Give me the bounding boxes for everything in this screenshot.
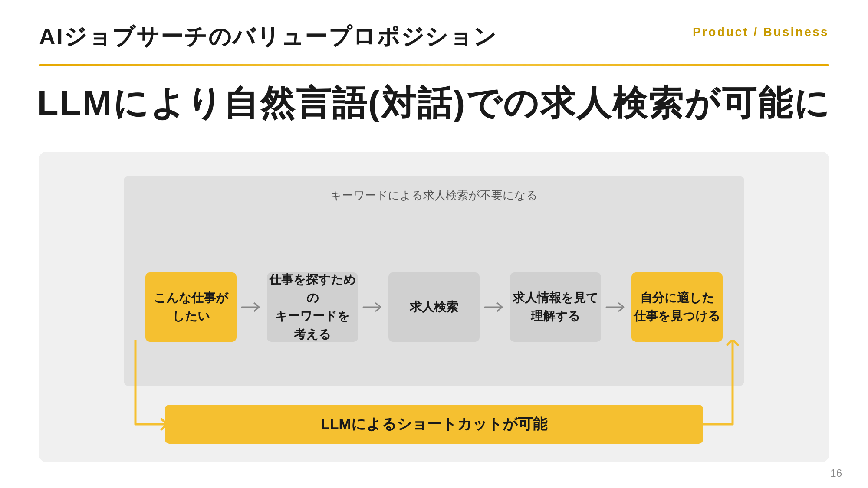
shortcut-box: LLMによるショートカットが可能 [165,405,703,444]
gray-box-label: キーワードによる求人検索が不要になる [124,188,744,203]
page-title: AIジョブサーチのバリュープロポジション [39,22,497,52]
flow-box-1: こんな仕事が したい [145,272,237,342]
shortcut-arrow-right [702,340,763,444]
flow-box-5: 自分に適した 仕事を見つける [631,272,723,342]
flow-box-4: 求人情報を見て 理解する [510,272,601,342]
page-number: 16 [830,467,842,479]
shortcut-label: LLMによるショートカットが可能 [321,414,547,434]
arrow-2 [358,301,388,314]
category-label: Product / Business [693,25,829,39]
main-heading: LLMにより自然言語(対話)での求人検索が可能に [0,80,868,127]
flow-row: こんな仕事が したい 仕事を探すための キーワードを 考える 求人検索 [39,272,829,342]
arrow-1 [237,301,267,314]
header: AIジョブサーチのバリュープロポジション Product / Business [0,0,868,52]
diagram-container: キーワードによる求人検索が不要になる こんな仕事が したい 仕事を探すための キ… [39,152,829,462]
header-divider [39,64,829,66]
flow-box-3: 求人検索 [388,272,480,342]
shortcut-arrow-left [105,340,166,444]
arrow-3 [480,301,510,314]
arrow-4 [601,301,631,314]
flow-box-2: 仕事を探すための キーワードを 考える [267,272,358,342]
